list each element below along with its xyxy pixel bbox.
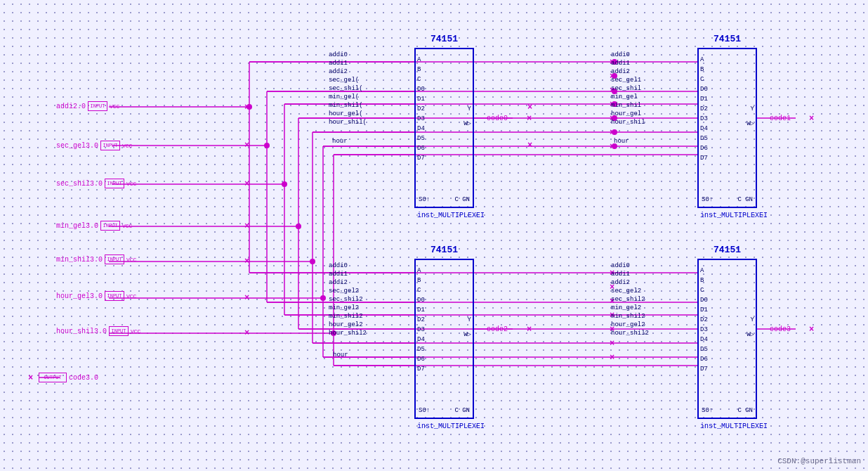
output-code3: OUTPUT code3.0 (39, 373, 98, 382)
output-code2: code2 (487, 322, 508, 335)
output-code1-label: code1 (770, 115, 791, 122)
svg-point-80 (612, 129, 617, 135)
chip2-pin-D2: D2 (700, 105, 708, 112)
chip2-bottom-label: inst_MULTIPLEXEI (700, 212, 768, 219)
chip3-pin-D2: D2 (417, 316, 425, 323)
chip3-pin-D5: D5 (417, 346, 425, 353)
input-min-gel3: min_gel3.0 INPUT VCC (56, 221, 132, 231)
input-sec-gel3-box[interactable]: INPUT (100, 141, 120, 150)
chip3-pin-D0: D0 (417, 297, 425, 304)
chip1-pin-WD: W▷ (463, 120, 471, 127)
output-code0: code0 (487, 111, 508, 124)
chip1-pin-C: C (417, 76, 421, 83)
chip4-pin-D2: D2 (700, 316, 708, 323)
chip2-ext-hour-shil: hour_shil (611, 119, 645, 126)
chip4-ext-addi0: addi0 (611, 262, 649, 269)
chip1-ext-addi2: addi2 (329, 68, 367, 75)
chip3-pin-D6: D6 (417, 356, 425, 363)
input-min-gel3-label: min_gel3.0 (56, 222, 98, 230)
input-sec-gel3: sec_gel3.0 INPUT VCC (56, 141, 132, 150)
chip2-pin-D7: D7 (700, 155, 708, 162)
chip2-ext-addi2: addi2 (611, 68, 645, 75)
svg-text:×: × (527, 114, 532, 124)
input-sec-shil3-vcc: VCC (126, 181, 136, 187)
chip1-pin-D5: D5 (417, 135, 425, 142)
chip2-pin-D1: D1 (700, 96, 708, 103)
chip2-ext-min-shil: min_shil (611, 102, 645, 109)
chip1-ext-min-gel: min_gel( (329, 93, 367, 101)
input-hour-gel3-vcc: VCC (126, 293, 136, 299)
input-min-gel3-vcc: VCC (122, 223, 132, 229)
svg-point-23 (320, 295, 326, 301)
chip2-pin-Y: Y (751, 105, 754, 112)
input-sec-shil3-box[interactable]: INPUT (105, 179, 124, 188)
chip-74151-4: 74151 A B C D0 D1 D2 D3 D4 D5 D6 D7 Y W▷… (697, 259, 757, 419)
chip3-pin-D3: D3 (417, 326, 425, 333)
svg-text:×: × (244, 179, 249, 189)
schematic-canvas: × × × × × × × × × × × × × × (0, 0, 868, 471)
svg-text:×: × (527, 103, 532, 112)
chip4-pin-D1: D1 (700, 307, 708, 314)
chip2-pin-S0: S0↑ (702, 196, 713, 203)
chip3-pin-D1: D1 (417, 307, 425, 314)
input-hour-gel3-label: hour_gel3.0 (56, 292, 103, 300)
input-min-shil3-box[interactable]: INPUT (105, 254, 124, 264)
svg-point-11 (282, 181, 287, 187)
input-sec-gel3-label: sec_gel3.0 (56, 142, 98, 150)
input-hour-shil3-label: hour_shil3.0 (56, 328, 107, 335)
chip4-ext-sec-gel: sec_gel2 (611, 288, 649, 295)
svg-point-3 (246, 104, 252, 110)
chip1-ext-hour-shil: hour_shil( (329, 119, 367, 126)
chip-74151-2: 74151 A B C D0 D1 D2 D3 D4 D5 D6 D7 Y W▷… (697, 48, 757, 208)
chip3-ext-addi1: addi1 (329, 271, 367, 278)
output-code3-label: code3.0 (69, 374, 98, 382)
chip1-pin-D3: D3 (417, 115, 425, 122)
chip1-label: 74151 (430, 34, 458, 44)
chip4-pin-WD: W▷ (747, 330, 754, 338)
input-min-shil3: min_shil3.0 INPUT VCC (56, 254, 136, 264)
chip2-ext-addi1: addi1 (611, 60, 645, 67)
svg-point-19 (310, 259, 315, 264)
chip1-pin-GN: C GN (454, 196, 470, 203)
chip1-ext-addi1: addi1 (329, 60, 367, 67)
chip2-pin-B: B (700, 66, 704, 73)
chip2-pin-D4: D4 (700, 125, 708, 132)
chip-74151-1: 74151 A B C D0 D1 D2 D3 D4 D5 D6 D7 Y W▷… (414, 48, 474, 208)
chip-74151-3: 74151 A B C D0 D1 D2 D3 D4 D5 D6 D7 Y W▷… (414, 259, 474, 419)
input-sec-shil3: sec_shil3.0 INPUT VCC (56, 179, 136, 188)
chip3-ext-addi2: addi2 (329, 279, 367, 286)
chip1-pin-B: B (417, 66, 421, 73)
chip2-external-labels: addi0 addi1 addi2 sec_gel1 sec_shil min_… (611, 51, 645, 126)
svg-text:×: × (809, 325, 814, 335)
chip2-ext-hour-gel: hour_gel (611, 110, 645, 117)
input-min-gel3-box[interactable]: INPUT (100, 221, 120, 231)
svg-text:×: × (28, 373, 33, 383)
chip4-pin-A: A (700, 267, 704, 274)
input-addi2-box[interactable]: INPUT (88, 101, 107, 111)
chip1-pin-D6: D6 (417, 145, 425, 152)
svg-text:×: × (244, 257, 249, 266)
chip3-label: 74151 (430, 245, 458, 255)
input-hour-shil3-box[interactable]: INPUT (109, 326, 129, 336)
chip1-pin-D1: D1 (417, 96, 425, 103)
svg-point-7 (264, 143, 270, 148)
chip3-external-labels: addi0 addi1 addi2 sec_gel2 sec_shil2 min… (329, 262, 367, 337)
chip2-ext-addi0: addi0 (611, 51, 645, 58)
chip1-pin-A: A (417, 56, 421, 63)
chip4-ext-min-shil: min_shil2 (611, 313, 649, 320)
input-hour-gel3-box[interactable]: INPUT (105, 291, 124, 301)
chip1-ext-min-shil: min_shil( (329, 102, 367, 109)
chip2-ext-sec-shil: sec_shil (611, 85, 645, 92)
hour-label-1: hour (332, 138, 348, 145)
chip2-pin-C: C (700, 76, 704, 83)
output-code3-box[interactable]: OUTPUT (39, 373, 67, 382)
chip2-ext-sec-gel: sec_gel1 (611, 77, 645, 84)
hour-label-2: hour (614, 138, 629, 145)
chip3-pin-S0: S0↑ (419, 407, 430, 414)
output-code3-right: code3 (770, 322, 791, 335)
chip3-pin-C: C (417, 287, 421, 294)
output-code2-label: code2 (487, 325, 508, 333)
chip4-label: 74151 (714, 245, 741, 255)
chip4-pin-C: C (700, 287, 704, 294)
output-code0-label: code0 (487, 115, 508, 122)
